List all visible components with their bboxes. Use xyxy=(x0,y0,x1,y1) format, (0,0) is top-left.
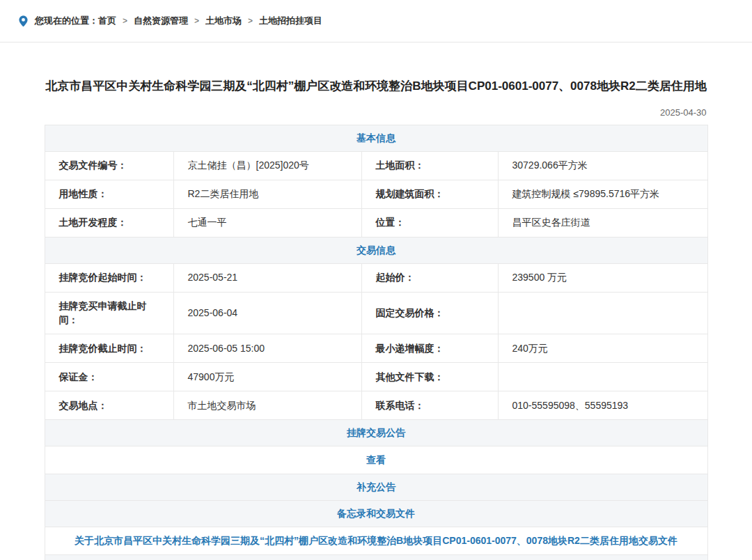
field-value: 2025-06-04 xyxy=(174,293,362,334)
field-value: 47900万元 xyxy=(174,363,362,391)
field-label: 固定交易价格： xyxy=(362,293,499,334)
table-row: 交易文件编号： 京土储挂（昌）[2025]020号 土地面积： 30729.06… xyxy=(45,152,707,180)
breadcrumb-separator: > xyxy=(123,16,127,26)
table-row: 交易地点： 市土地交易市场 联系电话： 010-55595098、5559519… xyxy=(45,391,707,420)
field-value: R2二类居住用地 xyxy=(174,180,362,208)
field-label: 土地面积： xyxy=(362,152,499,180)
field-value: 昌平区史各庄街道 xyxy=(499,209,707,237)
section-header-listing-announcement: 挂牌交易公告 xyxy=(45,420,707,446)
field-value: 市土地交易市场 xyxy=(174,391,362,419)
breadcrumb-separator: > xyxy=(194,16,199,26)
breadcrumb-label: 您现在的位置： xyxy=(35,15,98,27)
table-row: 保证金： 47900万元 其他文件下载： xyxy=(45,363,707,391)
table-row: 挂牌竞价截止时间： 2025-06-05 15:00 最小递增幅度： 240万元 xyxy=(45,334,707,363)
field-value: 30729.066平方米 xyxy=(499,152,707,180)
partial-section-row xyxy=(45,555,707,560)
field-value: 239500 万元 xyxy=(499,264,707,292)
field-label: 保证金： xyxy=(45,363,174,391)
field-value: 010-55595098、55595193 xyxy=(499,391,707,419)
field-value: 建筑控制规模 ≤79895.5716平方米 xyxy=(499,180,707,208)
page-title: 北京市昌平区中关村生命科学园三期及“北四村”棚户区改造和环境整治B地块项目CP0… xyxy=(45,77,708,95)
publish-date: 2025-04-30 xyxy=(45,107,707,118)
breadcrumb-item-home[interactable]: 首页 xyxy=(98,15,116,27)
field-label: 交易地点： xyxy=(45,391,174,419)
section-header-basic-info: 基本信息 xyxy=(45,125,707,152)
breadcrumb-item-land-auction[interactable]: 土地招拍挂项目 xyxy=(259,15,322,27)
document-row: 关于北京市昌平区中关村生命科学园三期及“北四村”棚户区改造和环境整治B地块项目C… xyxy=(45,527,707,555)
table-row: 挂牌竞价起始时间： 2025-05-21 起始价： 239500 万元 xyxy=(45,264,707,293)
land-info-table: 基本信息 交易文件编号： 京土储挂（昌）[2025]020号 土地面积： 307… xyxy=(45,125,708,560)
section-header-transaction-info: 交易信息 xyxy=(45,238,707,264)
field-label: 土地开发程度： xyxy=(45,209,174,237)
announcement-row: 查看 xyxy=(45,446,707,474)
field-label: 最小递增幅度： xyxy=(362,334,499,362)
field-value: 京土储挂（昌）[2025]020号 xyxy=(174,152,362,180)
field-label: 规划建筑面积： xyxy=(362,180,499,208)
table-row: 用地性质： R2二类居住用地 规划建筑面积： 建筑控制规模 ≤79895.571… xyxy=(45,180,707,209)
location-pin-icon xyxy=(18,15,29,27)
field-label: 位置： xyxy=(362,209,499,237)
field-label: 挂牌竞价起始时间： xyxy=(45,264,174,292)
transaction-document-link[interactable]: 关于北京市昌平区中关村生命科学园三期及“北四村”棚户区改造和环境整治B地块项目C… xyxy=(75,535,677,547)
table-row: 土地开发程度： 七通一平 位置： 昌平区史各庄街道 xyxy=(45,209,707,238)
breadcrumb-item-land-market[interactable]: 土地市场 xyxy=(205,15,242,27)
breadcrumb-bar: 您现在的位置： 首页 > 自然资源管理 > 土地市场 > 土地招拍挂项目 xyxy=(0,0,752,42)
field-label: 挂牌竞买申请截止时间： xyxy=(45,293,174,334)
view-link[interactable]: 查看 xyxy=(366,454,386,467)
field-label: 起始价： xyxy=(362,264,499,292)
breadcrumb: 您现在的位置： 首页 > 自然资源管理 > 土地市场 > 土地招拍挂项目 xyxy=(35,15,322,27)
field-value: 2025-05-21 xyxy=(174,264,362,292)
field-label: 用地性质： xyxy=(45,180,174,208)
breadcrumb-item-natural-resources[interactable]: 自然资源管理 xyxy=(134,15,188,27)
main-content: 北京市昌平区中关村生命科学园三期及“北四村”棚户区改造和环境整治B地块项目CP0… xyxy=(45,77,708,560)
breadcrumb-separator: > xyxy=(248,16,253,26)
field-label: 交易文件编号： xyxy=(45,152,174,180)
section-header-memo-documents: 备忘录和交易文件 xyxy=(45,501,707,527)
field-value: 七通一平 xyxy=(174,209,362,237)
section-header-supplement-announcement: 补充公告 xyxy=(45,474,707,501)
field-value: 240万元 xyxy=(499,334,707,362)
table-row: 挂牌竞买申请截止时间： 2025-06-04 固定交易价格： xyxy=(45,293,707,334)
field-label: 其他文件下载： xyxy=(362,363,499,391)
field-value xyxy=(499,293,707,334)
field-label: 联系电话： xyxy=(362,391,499,419)
field-label: 挂牌竞价截止时间： xyxy=(45,334,174,362)
field-value xyxy=(499,363,707,391)
field-value: 2025-06-05 15:00 xyxy=(174,334,362,362)
